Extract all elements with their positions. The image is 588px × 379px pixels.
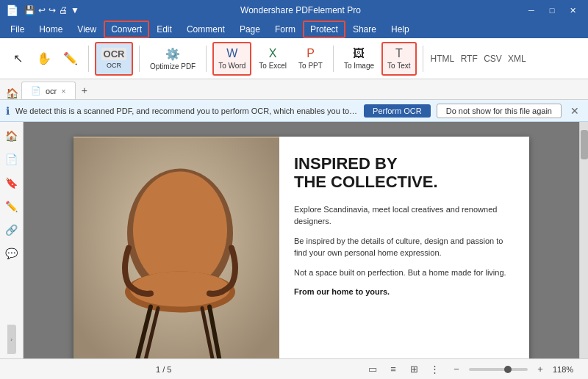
sidebar-home-icon[interactable]: 🏠 — [2, 126, 21, 145]
toolbar-sep-4 — [333, 46, 334, 72]
zoom-slider-thumb[interactable] — [504, 366, 512, 373]
sidebar-annotation-icon[interactable]: ✏️ — [2, 197, 21, 216]
pdf-page: INSPIRED BY THE COLLECTIVE. Explore Scan… — [74, 137, 529, 358]
svg-point-4 — [130, 272, 230, 307]
menu-convert[interactable]: Convert — [104, 21, 149, 38]
menu-comment[interactable]: Comment — [179, 21, 232, 38]
menu-page[interactable]: Page — [232, 21, 268, 38]
sidebar-pages-icon[interactable]: 📄 — [2, 150, 21, 169]
quick-access-undo[interactable]: ↩ — [38, 5, 46, 15]
toolbar: ↖ ✋ ✏️ OCR OCR ⚙️ Optimize PDF W To Word… — [0, 38, 588, 79]
tab-pdf-icon: 📄 — [31, 86, 41, 95]
to-excel-label: To Excel — [259, 62, 287, 70]
quick-access-more[interactable]: ▼ — [71, 5, 79, 15]
image-icon: 🖼 — [353, 47, 365, 60]
ocr-banner-text: We detect this is a scanned PDF, and rec… — [15, 107, 358, 115]
convert-html-icon: HTML — [431, 54, 455, 64]
to-text-button[interactable]: T To Text — [381, 42, 417, 76]
optimize-label: Optimize PDF — [150, 62, 196, 71]
zoom-slider[interactable] — [469, 368, 528, 371]
menu-home[interactable]: Home — [32, 21, 70, 38]
to-excel-button[interactable]: X To Excel — [254, 42, 291, 76]
ocr-button[interactable]: OCR OCR — [95, 42, 133, 76]
to-image-label: To Image — [344, 62, 374, 70]
optimize-pdf-button[interactable]: ⚙️ Optimize PDF — [146, 42, 200, 76]
toolbar-sep-5 — [423, 46, 423, 72]
pdf-para3: Not a space built on perfection. But a h… — [294, 267, 514, 279]
tab-ocr[interactable]: 📄 ocr × — [21, 82, 76, 99]
menu-file[interactable]: File — [3, 21, 32, 38]
zoom-level: 118% — [553, 365, 579, 374]
zoom-in-button[interactable]: + — [532, 361, 548, 378]
dismiss-ocr-button[interactable]: Do not show for this file again — [437, 104, 562, 118]
sidebar-bookmark-icon[interactable]: 🔖 — [2, 173, 21, 192]
convert-csv-icon: CSV — [484, 54, 502, 64]
menu-view[interactable]: View — [70, 21, 104, 38]
tab-label: ocr — [46, 87, 57, 95]
quick-access-redo[interactable]: ↪ — [49, 5, 56, 15]
word-icon: W — [226, 47, 237, 60]
quick-access-print[interactable]: 🖨 — [59, 5, 68, 15]
view-grid-button[interactable]: ⋮ — [426, 361, 442, 378]
menu-edit[interactable]: Edit — [149, 21, 179, 38]
menu-share[interactable]: Share — [345, 21, 384, 38]
app-icon: 📄 — [6, 4, 18, 16]
close-banner-button[interactable]: ✕ — [567, 105, 582, 117]
to-ppt-label: To PPT — [298, 62, 323, 70]
ppt-icon: P — [306, 47, 315, 60]
scrollbar-thumb[interactable] — [581, 130, 588, 159]
quick-access-save[interactable]: 💾 — [24, 5, 35, 15]
perform-ocr-button[interactable]: Perform OCR — [364, 104, 431, 118]
tab-add-button[interactable]: + — [76, 82, 93, 99]
pdf-para2: Be inspired by the details of culture, d… — [294, 235, 514, 259]
to-ppt-button[interactable]: P To PPT — [294, 42, 327, 76]
edit-icon: ✏️ — [63, 51, 78, 65]
to-word-label: To Word — [218, 62, 245, 70]
more-convert-3[interactable]: CSV — [482, 42, 503, 76]
view-continuous-button[interactable]: ≡ — [385, 361, 401, 378]
home-nav-icon[interactable]: 🏠 — [6, 87, 18, 99]
statusbar: 1 / 5 ▭ ≡ ⊞ ⋮ − + 118% — [0, 358, 588, 379]
optimize-icon: ⚙️ — [165, 47, 180, 61]
excel-icon: X — [269, 47, 277, 60]
sidebar-expand-button[interactable]: › — [7, 325, 16, 354]
close-button[interactable]: ✕ — [563, 3, 582, 18]
page-indicator: 1 / 5 — [9, 365, 171, 374]
maximize-button[interactable]: □ — [542, 3, 562, 18]
sidebar-comment-icon[interactable]: 💬 — [2, 244, 21, 263]
zoom-controls: − + 118% — [448, 361, 579, 378]
zoom-out-button[interactable]: − — [448, 361, 465, 378]
window-controls: ─ □ ✕ — [522, 3, 582, 18]
sidebar-link-icon[interactable]: 🔗 — [2, 220, 21, 239]
more-convert-4[interactable]: XML — [506, 42, 528, 76]
hand-tool-button[interactable]: ✋ — [32, 42, 56, 76]
text-icon: T — [395, 47, 403, 60]
to-image-button[interactable]: 🖼 To Image — [340, 42, 379, 76]
view-single-page-button[interactable]: ▭ — [365, 361, 381, 378]
vertical-scrollbar[interactable] — [579, 122, 588, 358]
more-convert-1[interactable]: HTML — [429, 42, 456, 76]
select-tool-button[interactable]: ↖ — [6, 42, 29, 76]
ocr-label: OCR — [107, 62, 121, 69]
menu-protect[interactable]: Protect — [303, 21, 345, 38]
tab-close-button[interactable]: × — [61, 87, 65, 95]
toolbar-sep-2 — [139, 46, 140, 72]
view-two-page-button[interactable]: ⊞ — [406, 361, 422, 378]
headline-line2: THE COLLECTIVE. — [294, 173, 438, 191]
chair-illustration — [74, 137, 279, 358]
to-text-label: To Text — [387, 62, 411, 70]
left-sidebar: 🏠 📄 🔖 ✏️ 🔗 💬 › — [0, 122, 24, 358]
more-convert-2[interactable]: RTF — [459, 42, 479, 76]
hand-icon: ✋ — [37, 51, 51, 65]
view-mode-icons: ▭ ≡ ⊞ ⋮ — [365, 361, 442, 378]
to-word-button[interactable]: W To Word — [212, 42, 251, 76]
headline-line1: INSPIRED BY — [294, 154, 398, 173]
edit-tool-button[interactable]: ✏️ — [59, 42, 82, 76]
menu-help[interactable]: Help — [384, 21, 417, 38]
titlebar-icons: 📄 💾 ↩ ↪ 🖨 ▼ — [6, 4, 79, 16]
minimize-button[interactable]: ─ — [522, 3, 541, 18]
menu-form[interactable]: Form — [268, 21, 303, 38]
pdf-viewer-area[interactable]: INSPIRED BY THE COLLECTIVE. Explore Scan… — [24, 122, 579, 358]
titlebar: 📄 💾 ↩ ↪ 🖨 ▼ Wondershare PDFelement Pro ─… — [0, 0, 588, 21]
toolbar-sep-1 — [88, 46, 89, 72]
